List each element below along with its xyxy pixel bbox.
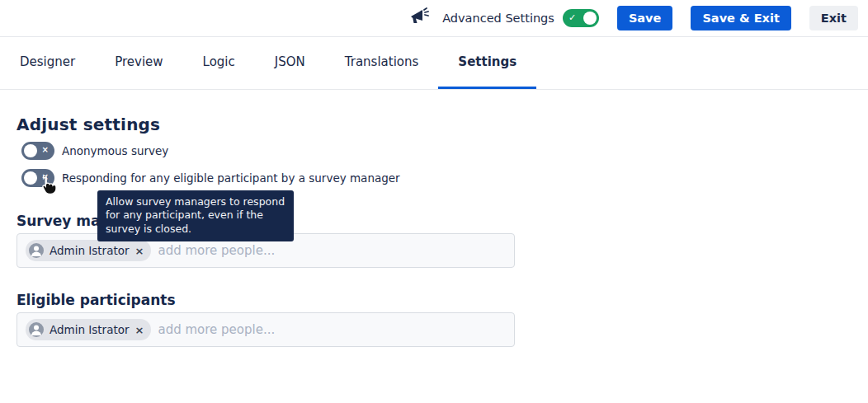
remove-tag-icon[interactable]: ×: [135, 246, 144, 256]
settings-panel: Adjust settings × Anonymous survey × Res…: [0, 91, 868, 403]
check-icon: ✓: [568, 13, 576, 22]
toggle-knob: [24, 171, 37, 185]
responding-row: × Responding for any eligible participan…: [21, 169, 400, 187]
toggle-knob: [583, 12, 597, 25]
tab-designer[interactable]: Designer: [0, 37, 95, 89]
page-title: Adjust settings: [17, 115, 160, 134]
tab-translations[interactable]: Translations: [325, 37, 439, 89]
tab-settings[interactable]: Settings: [438, 37, 536, 89]
person-icon: [29, 322, 44, 337]
hand-pointer-cursor-icon: [38, 176, 56, 197]
avatar: [29, 322, 44, 337]
tab-json[interactable]: JSON: [255, 37, 325, 89]
tab-preview[interactable]: Preview: [95, 37, 182, 89]
add-people-input[interactable]: [158, 322, 506, 337]
exit-button[interactable]: Exit: [809, 6, 858, 30]
anonymous-survey-row: × Anonymous survey: [21, 142, 168, 160]
x-icon: ×: [42, 146, 49, 154]
remove-tag-icon[interactable]: ×: [135, 325, 144, 335]
person-icon: [29, 243, 44, 258]
tab-strip: Designer Preview Logic JSON Translations…: [0, 37, 868, 90]
advanced-settings-label: Advanced Settings: [442, 12, 554, 25]
anonymous-survey-label: Anonymous survey: [62, 144, 168, 157]
tab-logic[interactable]: Logic: [183, 37, 255, 89]
add-people-input[interactable]: [158, 243, 506, 258]
avatar: [29, 243, 44, 258]
eligible-participants-input[interactable]: Admin Istrator ×: [17, 312, 515, 347]
responding-label: Responding for any eligible participant …: [62, 171, 400, 185]
top-action-bar: Advanced Settings ✓ Save Save & Exit Exi…: [0, 0, 868, 37]
tag-name: Admin Istrator: [50, 244, 130, 257]
toggle-knob: [24, 144, 37, 157]
save-button[interactable]: Save: [617, 6, 673, 30]
tag-name: Admin Istrator: [50, 323, 130, 336]
person-tag: Admin Istrator ×: [26, 240, 151, 261]
person-tag: Admin Istrator ×: [26, 319, 151, 340]
eligible-participants-heading: Eligible participants: [17, 292, 176, 308]
tooltip: Allow survey managers to respond for any…: [97, 190, 294, 241]
save-and-exit-button[interactable]: Save & Exit: [691, 6, 790, 30]
megaphone-icon: [409, 7, 431, 29]
anonymous-survey-toggle[interactable]: ×: [21, 142, 54, 160]
advanced-settings-toggle[interactable]: ✓: [563, 9, 599, 27]
